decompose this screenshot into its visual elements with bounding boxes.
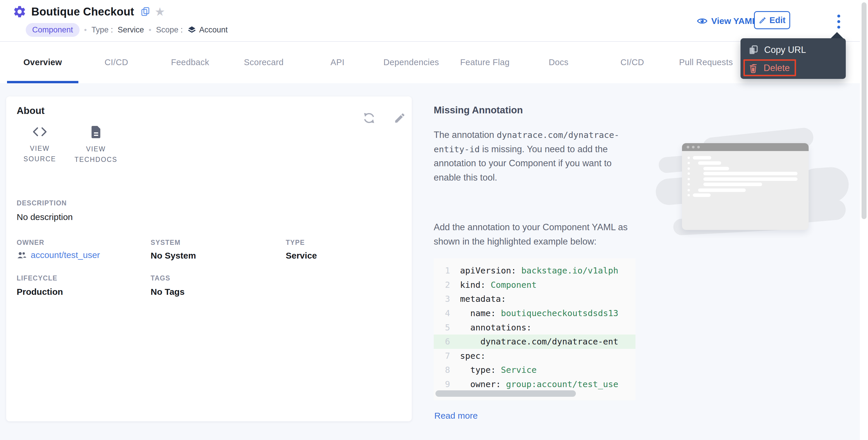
tab-api[interactable]: API (301, 41, 374, 83)
page-scrollbar-thumb[interactable] (862, 2, 867, 219)
window-text-line (703, 172, 798, 175)
illustration-titlebar (682, 143, 809, 151)
scope-value: Account (199, 26, 228, 34)
page-scrollbar-gutter (860, 0, 868, 440)
panel-title: Missing Annotation (434, 105, 523, 116)
view-techdocs-link[interactable]: VIEW TECHDOCS (68, 126, 124, 165)
window-bullet-dot (687, 194, 690, 196)
code-line: 1apiVersion: backstage.io/v1alph (434, 264, 636, 278)
code-line-number: 3 (434, 294, 450, 304)
eye-icon (696, 17, 708, 25)
view-source-label: VIEW SOURCE (18, 143, 62, 164)
code-brackets-icon (32, 126, 48, 138)
tab-cicd[interactable]: CI/CD (80, 41, 153, 83)
intro-prefix: The annotation (434, 130, 494, 140)
window-text-line (703, 167, 729, 170)
about-card-title: About (17, 105, 44, 116)
kind-badge[interactable]: Component (26, 23, 80, 37)
pencil-icon (758, 16, 767, 24)
titlebar-dot (697, 146, 700, 148)
document-icon (91, 126, 101, 138)
code-line: 8 type: Service (434, 363, 636, 377)
illustration-window (682, 143, 809, 230)
code-line-number: 5 (434, 323, 450, 333)
window-text-line (698, 161, 721, 165)
titlebar-dot (687, 146, 689, 148)
owner-link[interactable]: account/test_user (31, 250, 100, 260)
tab-overview[interactable]: Overview (6, 41, 80, 83)
lifecycle-value: Production (17, 287, 63, 297)
type-value: Service (118, 26, 144, 34)
tags-value: No Tags (151, 287, 185, 297)
code-line: 7spec: (434, 349, 636, 363)
edit-about-pencil-button[interactable] (392, 110, 407, 126)
code-line: 9 owner: group:account/test_use (434, 377, 636, 392)
type-field-value: Service (286, 251, 317, 261)
code-line-number: 6 (434, 337, 450, 346)
tab-cicd-2[interactable]: CI/CD (595, 41, 669, 83)
missing-annotation-panel: Missing Annotation The annotation dynatr… (434, 96, 861, 440)
description-label: DESCRIPTION (17, 199, 67, 207)
code-line: 5 annotations: (434, 320, 636, 335)
annotation-instruction-paragraph: Add the annotation to your Component YAM… (434, 220, 639, 249)
code-horizontal-scrollbar[interactable] (435, 390, 576, 397)
yaml-code-lines: 1apiVersion: backstage.io/v1alph2kind: C… (434, 258, 636, 391)
view-techdocs-label: VIEW TECHDOCS (68, 144, 124, 165)
window-text-line (693, 194, 711, 197)
window-text-line (703, 182, 762, 186)
code-line: 3metadata: (434, 292, 636, 306)
titlebar-dot (692, 146, 694, 148)
scope-label: Scope : (156, 26, 183, 34)
description-value: No description (17, 212, 73, 222)
entity-meta-row: Component • Type : Service • Scope : Acc… (26, 23, 228, 37)
window-bullet-dot (687, 189, 690, 191)
code-line-highlighted: 6 dynatrace.com/dynatrace-ent (434, 335, 636, 349)
system-value: No System (151, 251, 196, 261)
menu-item-delete[interactable]: Delete (741, 59, 846, 77)
tab-pull-requests[interactable]: Pull Requests (669, 41, 743, 83)
tab-dependencies[interactable]: Dependencies (374, 41, 448, 83)
read-more-link[interactable]: Read more (434, 411, 477, 421)
tab-docs[interactable]: Docs (522, 41, 595, 83)
kebab-dot (837, 26, 840, 29)
code-line-number: 7 (434, 351, 450, 361)
tags-label: TAGS (151, 274, 170, 282)
kebab-dot (837, 14, 840, 18)
code-line-number: 9 (434, 379, 450, 389)
type-label: Type : (92, 26, 113, 34)
page-title: Boutique Checkout (31, 5, 134, 18)
layers-icon (187, 26, 196, 34)
system-label: SYSTEM (151, 239, 181, 246)
people-icon (17, 251, 27, 259)
yaml-code-block: 1apiVersion: backstage.io/v1alph2kind: C… (434, 258, 636, 400)
tab-scorecard[interactable]: Scorecard (227, 41, 301, 83)
dot-separator: • (149, 26, 151, 34)
refresh-button[interactable] (362, 110, 377, 126)
owner-value-row: account/test_user (17, 250, 100, 260)
options-dropdown-menu: Copy URL Delete (741, 38, 846, 79)
view-source-link[interactable]: VIEW SOURCE (18, 126, 62, 164)
browser-window-illustration (661, 136, 847, 232)
more-options-kebab-button[interactable] (833, 12, 845, 32)
favorite-star-icon[interactable]: ★ (155, 6, 165, 18)
window-bullet-dot (687, 157, 690, 159)
kebab-dot (837, 20, 840, 23)
window-bullet-dot (687, 178, 690, 180)
window-bullet-dot (687, 183, 690, 185)
copy-name-icon[interactable] (141, 6, 150, 17)
tab-feedback[interactable]: Feedback (153, 41, 227, 83)
menu-item-copy-url[interactable]: Copy URL (741, 41, 846, 59)
copy-url-label: Copy URL (764, 45, 806, 55)
window-text-line (693, 156, 711, 160)
entity-header: Boutique Checkout ★ (12, 3, 165, 20)
code-line: 4 name: boutiquecheckoutsdsds13 (434, 306, 636, 320)
code-line-number: 2 (434, 280, 450, 290)
dot-separator: • (84, 26, 87, 34)
edit-button-label: Edit (770, 15, 785, 25)
scope-value-group: Account (187, 26, 228, 34)
view-yaml-button[interactable]: View YAML (696, 14, 757, 28)
view-yaml-label: View YAML (711, 16, 757, 26)
edit-button[interactable]: Edit (754, 11, 790, 29)
tab-feature-flag[interactable]: Feature Flag (448, 41, 522, 83)
active-tab-indicator (7, 81, 79, 83)
